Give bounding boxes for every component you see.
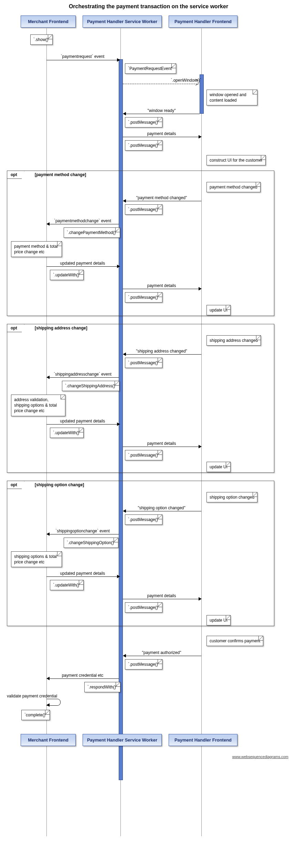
note-updatewith-2: `.updateWith()` bbox=[50, 428, 84, 438]
note-postmessage-9: `.postMessage()` bbox=[125, 659, 162, 670]
note-postmessage-5: `.postMessage()` bbox=[125, 358, 162, 368]
msg-open-window: `.openWindow()` bbox=[122, 78, 201, 83]
msg-payment-details-1: payment details bbox=[123, 131, 200, 136]
arrowhead bbox=[46, 222, 50, 226]
note-postmessage-7: `.postMessage()` bbox=[125, 514, 162, 525]
arrowhead bbox=[46, 703, 50, 707]
note-update-ui-3: update UI bbox=[206, 615, 231, 625]
note-update-ui-1: update UI bbox=[206, 305, 231, 315]
participant-merchant-bottom: Merchant Frontend bbox=[21, 734, 76, 746]
note-postmessage-3: `.postMessage()` bbox=[125, 204, 162, 215]
participant-merchant-top: Merchant Frontend bbox=[21, 16, 76, 28]
note-updatewith-1: `.updateWith()` bbox=[50, 270, 84, 280]
note-respond-with: `.respondWith()` bbox=[84, 682, 120, 692]
note-postmessage-1: `.postMessage()` bbox=[125, 117, 162, 127]
note-updatewith-3: `.updateWith()` bbox=[50, 580, 84, 590]
footer-link[interactable]: www.websequencediagrams.com bbox=[232, 755, 288, 759]
arrowhead bbox=[117, 58, 120, 62]
msg-window-ready: "window ready" bbox=[123, 108, 200, 113]
msg-payment-credential: payment credential etc bbox=[46, 673, 119, 678]
participant-sw-top: Payment Handler Service Worker bbox=[83, 16, 162, 28]
msg-payment-details-4: payment details bbox=[123, 593, 200, 598]
arrowhead bbox=[123, 509, 126, 513]
msg-addr-changed: "shipping address changed" bbox=[123, 349, 200, 354]
participant-fe-top: Payment Handler Frontend bbox=[169, 16, 237, 28]
arrow-open-window bbox=[123, 84, 199, 84]
arrowhead bbox=[123, 353, 126, 356]
note-opt-changed: shipping option changed bbox=[206, 492, 257, 502]
note-construct-ui: construct UI for the customer bbox=[206, 155, 266, 165]
msg-paymentrequest: `paymentrequest` event bbox=[46, 54, 119, 59]
note-merchant-addr: address validation, shipping options & t… bbox=[11, 395, 65, 416]
arrow-ud-3 bbox=[46, 576, 117, 577]
note-show: `.show()` bbox=[30, 34, 53, 45]
arrow-authorized bbox=[126, 656, 201, 656]
msg-pm-changed: "payment method changed" bbox=[123, 195, 200, 200]
arrowhead bbox=[199, 135, 202, 139]
opt-keyword: opt bbox=[7, 481, 24, 489]
arrowhead bbox=[199, 287, 202, 290]
msg-opt-change-event: `shippingoptionchange` event bbox=[46, 529, 119, 533]
arrow-addr-changed bbox=[126, 354, 201, 355]
sequence-diagram: Orchestrating the payment transaction on… bbox=[0, 0, 297, 868]
note-customer-confirms: customer confirms payment bbox=[206, 636, 263, 646]
note-postmessage-6: `.postMessage()` bbox=[125, 450, 162, 460]
arrowhead bbox=[123, 654, 126, 657]
arrow-ud-2 bbox=[46, 424, 117, 425]
msg-payment-authorized: "payment authorized" bbox=[123, 650, 200, 655]
msg-payment-details-2: payment details bbox=[123, 283, 200, 288]
diagram-title: Orchestrating the payment transaction on… bbox=[0, 3, 297, 10]
arrowhead bbox=[123, 112, 126, 115]
msg-validate: validate payment credential bbox=[7, 694, 57, 698]
note-postmessage-4: `.postMessage()` bbox=[125, 292, 162, 303]
arrow-pd-1 bbox=[123, 137, 199, 137]
opt-keyword: opt bbox=[7, 324, 24, 332]
note-change-pm: `.changePaymentMethod()` bbox=[64, 227, 120, 238]
arrow-pm-event bbox=[49, 224, 119, 224]
msg-updated-details-2: updated payment details bbox=[46, 419, 119, 423]
arrowhead bbox=[199, 597, 202, 601]
note-pm-changed: payment method changed bbox=[206, 182, 261, 192]
arrow-pm-changed bbox=[126, 201, 201, 201]
arrowhead bbox=[46, 532, 50, 536]
msg-opt-changed: "shipping option changed" bbox=[123, 506, 200, 510]
arrowhead bbox=[46, 677, 50, 680]
arrowhead bbox=[123, 199, 126, 203]
arrowhead bbox=[46, 376, 50, 379]
arrow-opt-changed bbox=[126, 511, 201, 511]
opt-keyword: opt bbox=[7, 171, 24, 179]
arrow-ud-1 bbox=[46, 266, 117, 267]
note-addr-changed: shipping address changed bbox=[206, 335, 261, 346]
note-change-addr: `.changeShippingAddress()` bbox=[62, 381, 119, 391]
note-complete: `complete()` bbox=[21, 710, 50, 720]
participant-sw-bottom: Payment Handler Service Worker bbox=[83, 734, 162, 746]
note-postmessage-2: `.postMessage()` bbox=[125, 140, 162, 151]
arrow-pd-2 bbox=[123, 289, 199, 289]
arrowhead bbox=[117, 422, 120, 426]
msg-payment-details-3: payment details bbox=[123, 441, 200, 446]
arrow-opt-event bbox=[49, 534, 119, 534]
opt-cond-pm: [payment method change] bbox=[35, 172, 86, 177]
note-postmessage-8: `.postMessage()` bbox=[125, 602, 162, 613]
note-merchant-pm: payment method & total price change etc bbox=[11, 241, 62, 257]
note-window-opened: window opened and content loaded bbox=[206, 90, 257, 105]
note-change-opt: `.changeShippingOption()` bbox=[64, 538, 118, 548]
arrowhead bbox=[199, 445, 202, 448]
note-update-ui-2: update UI bbox=[206, 462, 231, 472]
note-payment-request-event: `PaymentRequestEvent` bbox=[125, 63, 176, 74]
note-merchant-opt: shipping options & total price change et… bbox=[11, 551, 62, 567]
participant-fe-bottom: Payment Handler Frontend bbox=[169, 734, 237, 746]
msg-updated-details-3: updated payment details bbox=[46, 571, 119, 576]
msg-updated-details-1: updated payment details bbox=[46, 261, 119, 266]
msg-pm-change-event: `paymentmethodchange` event bbox=[46, 218, 119, 223]
opt-cond-opt: [shipping option change] bbox=[35, 482, 84, 487]
arrow-pd-4 bbox=[123, 599, 199, 599]
arrowhead bbox=[117, 265, 120, 268]
arrow-pd-3 bbox=[123, 447, 199, 447]
msg-addr-change-event: `shippingaddresschange` event bbox=[46, 372, 119, 377]
arrowhead bbox=[117, 575, 120, 578]
opt-cond-addr: [shipping address change] bbox=[35, 326, 87, 330]
arrow-credential bbox=[49, 678, 119, 679]
arrow-window-ready bbox=[126, 114, 200, 114]
arrow-paymentrequest bbox=[46, 60, 117, 60]
